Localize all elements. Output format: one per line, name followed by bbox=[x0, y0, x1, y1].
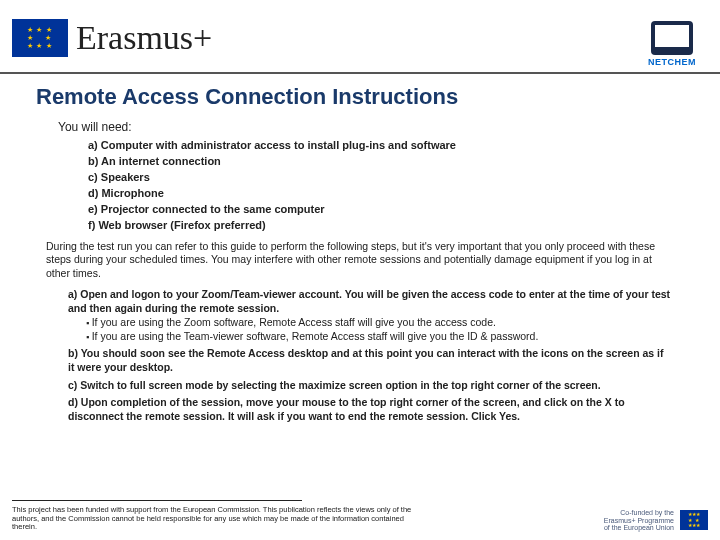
need-item: a) Computer with administrator access to… bbox=[88, 138, 684, 154]
need-item: e) Projector connected to the same compu… bbox=[88, 202, 684, 218]
disclaimer-text: This project has been funded with suppor… bbox=[12, 505, 411, 531]
step-item: a) Open and logon to your Zoom/Team-view… bbox=[68, 287, 672, 344]
intro-paragraph: During the test run you can refer to thi… bbox=[46, 240, 674, 281]
step-sub-item: If you are using the Zoom software, Remo… bbox=[86, 315, 672, 329]
footer: This project has been funded with suppor… bbox=[12, 504, 708, 532]
need-list: a) Computer with administrator access to… bbox=[88, 138, 684, 234]
content: Remote Access Connection Instructions Yo… bbox=[0, 74, 720, 430]
page-title: Remote Access Connection Instructions bbox=[36, 84, 684, 110]
steps-list: a) Open and logon to your Zoom/Team-view… bbox=[68, 287, 672, 424]
step-sub-item: If you are using the Team-viewer softwar… bbox=[86, 329, 672, 343]
netchem-label: NETCHEM bbox=[648, 57, 696, 67]
cofund-text: Co-funded by theErasmus+ Programmeof the… bbox=[604, 509, 674, 532]
header: ★ ★ ★★ ★★ ★ ★ Erasmus+ NETCHEM bbox=[0, 0, 720, 74]
netchem-logo: NETCHEM bbox=[636, 9, 708, 67]
eu-flag-icon: ★ ★ ★★ ★★ ★ ★ bbox=[12, 19, 68, 57]
need-item: b) An internet connection bbox=[88, 154, 684, 170]
need-intro: You will need: bbox=[58, 120, 684, 134]
cofund-block: Co-funded by theErasmus+ Programmeof the… bbox=[604, 509, 708, 532]
need-item: c) Speakers bbox=[88, 170, 684, 186]
tablet-icon bbox=[651, 21, 693, 55]
step-item: c) Switch to full screen mode by selecti… bbox=[68, 378, 672, 392]
need-item: d) Microphone bbox=[88, 186, 684, 202]
step-item: d) Upon completion of the session, move … bbox=[68, 395, 672, 423]
footer-disclaimer: This project has been funded with suppor… bbox=[12, 504, 412, 532]
step-item: b) You should soon see the Remote Access… bbox=[68, 346, 672, 374]
brand-label: Erasmus+ bbox=[76, 19, 212, 57]
eu-flag-small-icon: ★★★★ ★★★★ bbox=[680, 510, 708, 530]
need-item: f) Web browser (Firefox preferred) bbox=[88, 218, 684, 234]
